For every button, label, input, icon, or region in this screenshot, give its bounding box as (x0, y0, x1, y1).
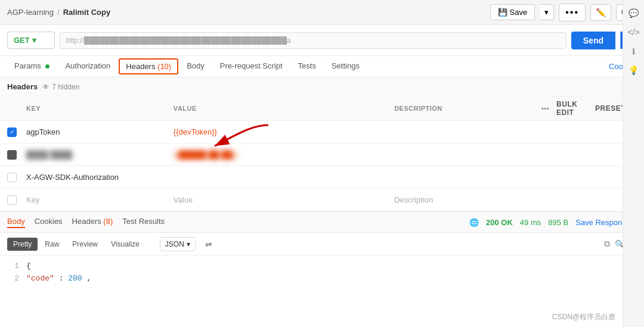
row1-key[interactable]: agpToken (26, 127, 60, 136)
code-line-2: 2 "code" : 200 , (7, 273, 637, 285)
method-dropdown-icon: ▾ (32, 36, 36, 45)
url-bar: GET ▾ Send ▾ (0, 25, 644, 56)
save-button[interactable]: 💾 Save (490, 4, 535, 20)
response-size: 895 B (548, 218, 568, 227)
row4-description[interactable]: Description (394, 195, 433, 204)
table-row: X-AGW-SDK-Authorization (0, 166, 644, 189)
copy-button[interactable]: ⧉ (604, 239, 610, 249)
tab-tests[interactable]: Tests (291, 57, 323, 76)
method-label: GET (14, 36, 30, 45)
row1-checkbox[interactable] (7, 127, 17, 137)
format-type-label: JSON (165, 240, 184, 248)
fmt-tab-raw[interactable]: Raw (39, 238, 65, 251)
send-button[interactable]: Send (571, 32, 615, 49)
bulk-edit-button[interactable]: Bulk Edit (556, 100, 588, 117)
tab-params[interactable]: Params (7, 57, 57, 76)
fmt-tab-visualize[interactable]: Visualize (105, 238, 145, 251)
headers-label: Headers (7, 82, 38, 91)
eye-icon: 👁 (42, 83, 49, 91)
more-options-header-icon[interactable]: ••• (541, 105, 549, 112)
code-line-1: 1 { (7, 260, 637, 273)
sidebar-info-icon[interactable]: ℹ (626, 43, 642, 60)
sidebar-code-icon[interactable]: </> (626, 24, 642, 41)
resp-tab-test-results[interactable]: Test Results (122, 217, 165, 228)
fmt-tab-pretty[interactable]: Pretty (7, 238, 38, 251)
globe-icon: 🌐 (469, 218, 479, 227)
code-area: 1 { 2 "code" : 200 , (0, 256, 644, 290)
code-content-2: "code" : 200 , (26, 273, 91, 285)
tab-settings[interactable]: Settings (324, 57, 367, 76)
fmt-tab-preview[interactable]: Preview (66, 238, 104, 251)
row2-key[interactable]: ████ ████ (26, 150, 72, 159)
collection-name[interactable]: AGP-learning (7, 8, 54, 17)
row4-value[interactable]: Value (174, 195, 193, 204)
line-number-1: 1 (7, 260, 19, 273)
tab-name[interactable]: Ralimit Copy (63, 8, 110, 17)
tab-authorization[interactable]: Authorization (58, 57, 117, 76)
row4-key[interactable]: Key (26, 195, 39, 204)
tab-headers[interactable]: Headers (10) (119, 58, 178, 74)
save-dropdown-arrow[interactable]: ▾ (540, 4, 554, 20)
resp-tab-body[interactable]: Body (7, 217, 25, 228)
tab-body[interactable]: Body (179, 57, 212, 76)
request-tabs: Params Authorization Headers (10) Body P… (0, 56, 644, 77)
resp-tab-headers[interactable]: Headers (8) (72, 217, 113, 228)
hidden-headers-badge[interactable]: 👁 7 hidden (42, 83, 79, 91)
row2-checkbox[interactable] (7, 150, 17, 160)
table-row-empty: Key Value Description (0, 189, 644, 211)
sidebar-chat-icon[interactable]: 💬 (626, 5, 642, 21)
row1-value[interactable]: {{devToken}} (174, 127, 217, 136)
code-content-1: { (26, 260, 31, 273)
row2-value[interactable]: {{█████ ██ ██}} (174, 150, 238, 159)
row4-checkbox[interactable] (7, 195, 17, 205)
format-type-chevron: ▾ (187, 240, 190, 248)
method-selector[interactable]: GET ▾ (7, 32, 55, 49)
more-options-button[interactable]: ••• (559, 4, 586, 21)
row3-checkbox[interactable] (7, 173, 17, 182)
response-tabs: Body Cookies Headers (8) Test Results (7, 217, 165, 228)
url-input[interactable] (60, 32, 566, 49)
headers-section-bar: Headers 👁 7 hidden (0, 77, 644, 96)
response-status: 🌐 200 OK 49 ms 895 B Save Response ▾ (469, 218, 637, 227)
format-bar: Pretty Raw Preview Visualize JSON ▾ ⇌ ⧉ … (0, 233, 644, 256)
wrap-lines-icon[interactable]: ⇌ (205, 239, 212, 249)
save-icon: 💾 (498, 8, 507, 17)
sidebar-bulb-icon[interactable]: 💡 (626, 62, 642, 79)
table-row: agpToken {{devToken}} (0, 121, 644, 144)
col-value-header: VALUE (174, 105, 394, 112)
col-key-header: KEY (26, 105, 174, 112)
table-row: ████ ████ {{█████ ██ ██}} ✕ (0, 144, 644, 166)
breadcrumb-separator: / (57, 8, 60, 17)
tab-prerequest[interactable]: Pre-request Script (213, 57, 290, 76)
right-sidebar: 💬 </> ℹ 💡 (623, 0, 644, 327)
line-number-2: 2 (7, 273, 19, 285)
status-code: 200 OK (486, 218, 513, 227)
table-header: KEY VALUE DESCRIPTION ••• Bulk Edit Pres… (0, 96, 644, 121)
params-active-dot (45, 64, 49, 68)
row3-key[interactable]: X-AGW-SDK-Authorization (26, 173, 119, 182)
edit-icon-button[interactable]: ✏️ (590, 4, 611, 21)
format-type-selector[interactable]: JSON ▾ (160, 237, 196, 251)
col-desc-header: DESCRIPTION (394, 105, 541, 112)
format-tabs: Pretty Raw Preview Visualize (7, 238, 145, 251)
resp-tab-cookies[interactable]: Cookies (35, 217, 63, 228)
watermark: CSDN@程序员白鹿 (552, 312, 615, 322)
response-bar: Body Cookies Headers (8) Test Results 🌐 … (0, 211, 644, 233)
top-bar: AGP-learning / Ralimit Copy 💾 Save ▾ •••… (0, 0, 644, 25)
response-time: 49 ms (520, 218, 541, 227)
